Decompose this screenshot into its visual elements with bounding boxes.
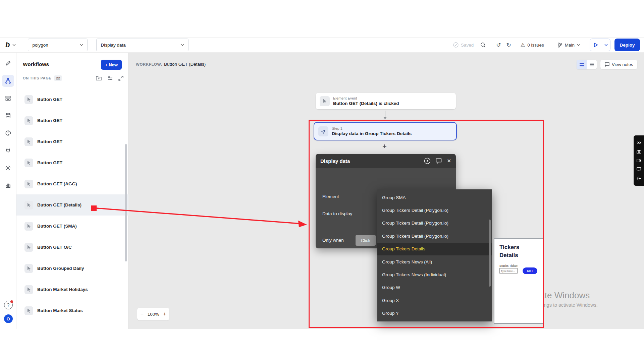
element-option[interactable]: Group Tickers News (Individual) — [377, 268, 492, 281]
element-event-icon — [320, 96, 330, 106]
nav-logs-chart-icon[interactable] — [2, 179, 14, 191]
preview-get-button[interactable]: GET — [523, 267, 537, 274]
view-list-icon[interactable] — [587, 60, 597, 69]
nav-styles-icon[interactable] — [2, 127, 14, 139]
bubble-logo[interactable]: b — [5, 41, 10, 49]
step-card-selected[interactable]: Step 1 Display data in Group Tickers Det… — [314, 122, 457, 140]
issues-count: 0 issues — [527, 43, 544, 48]
preview-ticker-input[interactable] — [499, 268, 518, 274]
user-avatar[interactable]: O — [4, 314, 13, 323]
page-selector-value: Display data — [101, 43, 125, 48]
workflow-list-item[interactable]: Button GET O/C — [16, 237, 128, 258]
element-option[interactable]: Group Tickers Detail (Polygon.io) — [377, 217, 492, 230]
nav-workflow-icon[interactable] — [2, 75, 14, 87]
zoom-in-button[interactable]: + — [163, 311, 166, 317]
nav-settings-gear-icon[interactable] — [2, 162, 14, 174]
element-option[interactable]: Group Y — [377, 307, 492, 320]
view-cards-icon[interactable] — [577, 60, 587, 69]
expand-icon[interactable] — [118, 76, 123, 81]
workflow-list-item[interactable]: Button GET — [16, 152, 128, 173]
view-notes-button[interactable]: View notes — [600, 60, 637, 69]
warning-icon: ⚠ — [521, 42, 525, 48]
account-area: O — [0, 314, 16, 323]
preview-run-button[interactable] — [590, 39, 610, 51]
workflow-list-item[interactable]: Button GET — [16, 131, 128, 152]
chevron-down-icon — [577, 44, 580, 46]
capture-camera-icon[interactable] — [637, 150, 641, 154]
chevron-down-icon — [181, 44, 184, 46]
filter-sliders-icon[interactable] — [107, 76, 113, 81]
workflow-list-item[interactable]: Button Market Holidays — [16, 279, 128, 300]
element-option[interactable]: Group Tickers Detail (Polygon.io) — [377, 230, 492, 242]
nav-layout-icon[interactable] — [2, 92, 14, 104]
workflow-list-item[interactable]: Button GET (Details) — [16, 194, 128, 216]
capture-link-icon[interactable] — [637, 140, 641, 145]
app-selector-dropdown[interactable]: polygon — [28, 39, 88, 51]
element-option[interactable]: Group Tickers Detail (Polygon.io) — [377, 204, 492, 217]
nav-data-database-icon[interactable] — [2, 110, 14, 122]
button-element-icon — [24, 306, 33, 315]
run-step-play-icon[interactable] — [424, 158, 431, 164]
event-card[interactable]: Element Event Button GET (Details) is cl… — [316, 93, 456, 109]
help-icon: ? — [7, 302, 10, 308]
zoom-out-button[interactable]: − — [140, 311, 143, 317]
play-icon[interactable] — [590, 39, 602, 51]
only-when-click-button[interactable]: Click — [356, 235, 376, 246]
page-preview-panel[interactable]: Tickers Details Stocks Ticker: GET — [494, 238, 544, 324]
notification-dot — [10, 300, 13, 303]
element-option[interactable]: Group Tickers News (All) — [377, 255, 492, 268]
dropdown-scrollbar[interactable] — [489, 220, 491, 287]
nav-design-pencil-icon[interactable] — [2, 57, 14, 69]
popup-header[interactable]: Display data ✕ — [316, 154, 456, 168]
element-option[interactable]: Group W — [377, 281, 492, 294]
workflow-item-label: Button GET O/C — [37, 245, 72, 250]
event-kind-label: Element Event — [333, 96, 399, 101]
workflow-list-item[interactable]: Button GET (AGG) — [16, 173, 128, 194]
saved-status: Saved — [453, 42, 474, 48]
comment-icon[interactable] — [436, 158, 442, 164]
element-option[interactable]: Group SMA — [377, 191, 492, 204]
new-folder-icon[interactable] — [96, 76, 102, 81]
close-icon[interactable]: ✕ — [447, 158, 451, 164]
redo-icon[interactable]: ↻ — [506, 42, 511, 49]
help-area: ? — [0, 301, 16, 309]
button-element-icon — [24, 243, 33, 252]
branch-selector[interactable]: Main — [557, 43, 580, 48]
capture-screen-icon[interactable] — [637, 167, 641, 171]
workflow-list-item[interactable]: Button Grouped Daily — [16, 258, 128, 279]
top-bar: b polygon Display data Saved ↺ — [0, 37, 644, 53]
issues-indicator[interactable]: ⚠ 0 issues — [521, 42, 544, 48]
popup-title: Display data — [320, 158, 350, 164]
undo-icon[interactable]: ↺ — [496, 42, 501, 49]
element-option[interactable]: Group X — [377, 294, 492, 307]
nav-plugins-icon[interactable] — [2, 144, 14, 157]
deploy-button[interactable]: Deploy — [614, 39, 640, 51]
capture-settings-gear-icon[interactable] — [637, 176, 641, 181]
element-option-label: Group W — [382, 285, 400, 290]
panel-scrollbar[interactable] — [125, 144, 127, 261]
workflow-header-name: Button GET (Details) — [164, 62, 206, 67]
workflow-list-item[interactable]: Button Market Status — [16, 300, 128, 321]
preview-title: Tickers Details — [499, 243, 519, 259]
step-kind-label: Step 1 — [332, 126, 412, 131]
capture-video-icon[interactable] — [637, 159, 641, 162]
workflow-item-label: Button GET (SMA) — [37, 224, 77, 229]
element-option[interactable]: Group Tickers Details — [377, 243, 492, 255]
workflows-panel-title: Workflows — [23, 61, 49, 67]
element-option-label: Group X — [382, 298, 399, 303]
workflow-list-item[interactable]: Button GET — [16, 110, 128, 131]
workflow-item-label: Button GET — [37, 97, 62, 102]
run-options-chevron-icon[interactable] — [602, 39, 610, 51]
search-icon[interactable] — [480, 42, 486, 48]
canvas-view-toggle[interactable] — [577, 60, 597, 69]
add-action-button[interactable]: + — [382, 142, 387, 151]
page-selector-dropdown[interactable]: Display data — [96, 39, 189, 51]
button-element-icon — [24, 180, 33, 188]
step-title: Display data in Group Tickers Details — [332, 131, 412, 136]
workflow-list-item[interactable]: Button GET (SMA) — [16, 216, 128, 237]
new-workflow-button[interactable]: + New — [101, 60, 122, 70]
workflow-list-item[interactable]: Button GET — [16, 89, 128, 110]
element-option-label: Group Tickers Detail (Polygon.io) — [382, 221, 448, 226]
help-button[interactable]: ? — [4, 301, 13, 309]
logo-chevron-down-icon[interactable] — [12, 44, 16, 46]
